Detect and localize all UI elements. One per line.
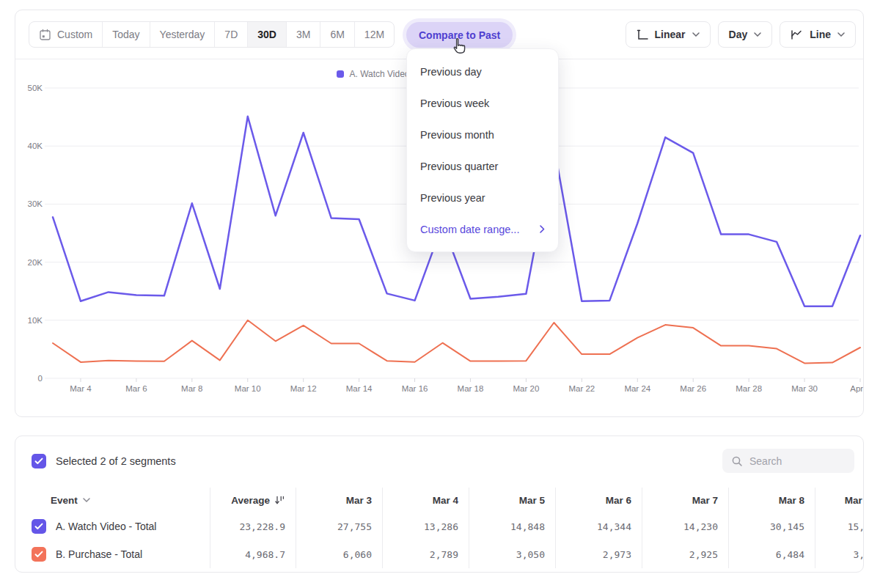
x-axis-tick-label: Mar 14 bbox=[346, 384, 373, 393]
preset-custom[interactable]: Custom bbox=[29, 22, 103, 47]
preset-label: 7D bbox=[224, 29, 238, 40]
day-value: 6,484 bbox=[728, 540, 815, 568]
menu-item-previous-year[interactable]: Previous year bbox=[407, 182, 558, 213]
x-axis-tick-label: Mar 28 bbox=[736, 384, 762, 393]
preset-12m[interactable]: 12M bbox=[355, 22, 394, 47]
chevron-down-icon bbox=[837, 32, 845, 37]
preset-label: 30D bbox=[257, 29, 276, 40]
preset-30d[interactable]: 30D bbox=[248, 22, 287, 47]
day-value: 3,050 bbox=[469, 540, 555, 568]
x-axis-tick-label: Mar 20 bbox=[513, 384, 540, 393]
average-value: 23,228.9 bbox=[210, 512, 296, 540]
menu-item-label: Previous quarter bbox=[420, 161, 498, 172]
x-axis-tick-label: Mar 4 bbox=[70, 384, 92, 393]
menu-item-label: Previous day bbox=[420, 66, 482, 78]
y-axis-tick-label: 30K bbox=[28, 199, 43, 208]
average-column-header[interactable]: Average bbox=[210, 488, 296, 512]
menu-item-previous-quarter[interactable]: Previous quarter bbox=[407, 150, 558, 182]
day-column-header[interactable]: Mar 9 bbox=[815, 488, 864, 512]
preset-label: 3M bbox=[296, 29, 310, 40]
x-axis-tick-label: Mar 6 bbox=[125, 384, 147, 393]
y-axis-tick-label: 0 bbox=[38, 374, 43, 383]
day-value: 6,060 bbox=[296, 540, 382, 568]
day-value: 30,145 bbox=[728, 512, 815, 540]
event-column-header[interactable]: Event bbox=[15, 488, 210, 512]
calendar-icon bbox=[39, 29, 51, 41]
day-column-header[interactable]: Mar 4 bbox=[382, 488, 469, 512]
chart-type-label: Line bbox=[810, 29, 831, 40]
x-axis-tick-label: Mar 24 bbox=[624, 384, 650, 393]
preset-label: 6M bbox=[330, 29, 344, 40]
scale-label: Linear bbox=[655, 29, 686, 40]
day-value: 14,344 bbox=[555, 512, 642, 540]
day-value: 13,286 bbox=[382, 512, 469, 540]
preset-label: Today bbox=[112, 29, 139, 40]
search-input[interactable] bbox=[749, 455, 846, 467]
sort-descending-icon bbox=[274, 495, 285, 505]
day-value: 2,789 bbox=[382, 540, 469, 568]
segment-name: A. Watch Video - Total bbox=[56, 521, 156, 532]
event-header-label: Event bbox=[51, 495, 78, 506]
day-column-header[interactable]: Mar 5 bbox=[469, 488, 555, 512]
menu-item-label: Custom date range... bbox=[420, 224, 519, 235]
day-value: 14,230 bbox=[642, 512, 728, 540]
checkmark-icon bbox=[34, 457, 43, 465]
y-axis-tick-label: 10K bbox=[28, 316, 43, 325]
chart-card: CustomTodayYesterday7D30D3M6M12M Compare… bbox=[15, 10, 864, 417]
axis-scale-icon bbox=[637, 29, 648, 40]
chart-controls: Linear Day Line bbox=[626, 21, 856, 48]
x-axis-tick-label: Mar 22 bbox=[568, 384, 595, 393]
day-column-header[interactable]: Mar 3 bbox=[296, 488, 382, 512]
segment-name: B. Purchase - Total bbox=[56, 548, 142, 560]
scale-select-button[interactable]: Linear bbox=[626, 21, 711, 48]
line-chart-icon bbox=[791, 29, 803, 40]
average-value: 4,968.7 bbox=[210, 540, 296, 568]
chart-type-select-button[interactable]: Line bbox=[780, 21, 856, 48]
chevron-down-icon bbox=[692, 32, 700, 37]
x-axis-tick-label: Mar 10 bbox=[235, 384, 261, 393]
menu-item-label: Previous year bbox=[420, 192, 485, 204]
preset-label: 12M bbox=[364, 29, 384, 40]
select-all-segments: Selected 2 of 2 segments bbox=[32, 454, 176, 468]
menu-item-previous-day[interactable]: Previous day bbox=[407, 56, 558, 87]
chevron-down-icon bbox=[754, 32, 761, 37]
day-value: 15,4 bbox=[815, 512, 864, 540]
x-axis-tick-label: Mar 8 bbox=[181, 384, 202, 393]
segment-row-label: A. Watch Video - Total bbox=[15, 512, 210, 540]
x-axis-tick-label: Mar 16 bbox=[402, 384, 428, 393]
segment-checkbox[interactable] bbox=[32, 519, 46, 534]
day-column-header[interactable]: Mar 6 bbox=[555, 488, 642, 512]
day-value: 2,925 bbox=[642, 540, 728, 568]
search-icon bbox=[731, 455, 743, 467]
x-axis-tick-label: Mar 12 bbox=[290, 384, 317, 393]
day-value: 14,848 bbox=[469, 512, 555, 540]
compare-to-past-menu: Previous dayPrevious weekPrevious monthP… bbox=[406, 48, 559, 252]
preset-label: Custom bbox=[57, 29, 92, 40]
preset-7d[interactable]: 7D bbox=[215, 22, 248, 47]
y-axis-tick-label: 50K bbox=[28, 84, 43, 92]
day-value: 3,1 bbox=[815, 540, 864, 568]
day-column-header[interactable]: Mar 7 bbox=[642, 488, 728, 512]
preset-yesterday[interactable]: Yesterday bbox=[150, 22, 216, 47]
menu-item-label: Previous week bbox=[420, 98, 489, 109]
menu-item-label: Previous month bbox=[420, 129, 494, 141]
preset-3m[interactable]: 3M bbox=[287, 22, 320, 47]
compare-to-past-button[interactable]: Compare to Past bbox=[406, 22, 513, 48]
interval-select-button[interactable]: Day bbox=[718, 21, 773, 48]
y-axis-tick-label: 40K bbox=[28, 142, 43, 150]
segment-checkbox[interactable] bbox=[32, 547, 46, 562]
chevron-down-icon bbox=[83, 498, 90, 502]
menu-item-custom-date-range[interactable]: Custom date range... bbox=[407, 213, 558, 245]
day-column-header[interactable]: Mar 8 bbox=[728, 488, 815, 512]
day-value: 2,973 bbox=[555, 540, 642, 568]
menu-item-previous-week[interactable]: Previous week bbox=[407, 87, 558, 119]
preset-6m[interactable]: 6M bbox=[320, 22, 354, 47]
menu-item-previous-month[interactable]: Previous month bbox=[407, 119, 558, 150]
x-axis-tick-label: Mar 26 bbox=[680, 384, 706, 393]
segments-header-bar: Selected 2 of 2 segments bbox=[15, 436, 863, 474]
date-range-preset-group: CustomTodayYesterday7D30D3M6M12M bbox=[29, 21, 395, 48]
series-line-b[interactable] bbox=[53, 320, 860, 364]
preset-today[interactable]: Today bbox=[103, 22, 150, 47]
search-box[interactable] bbox=[722, 449, 854, 473]
select-all-checkbox[interactable] bbox=[32, 454, 46, 468]
